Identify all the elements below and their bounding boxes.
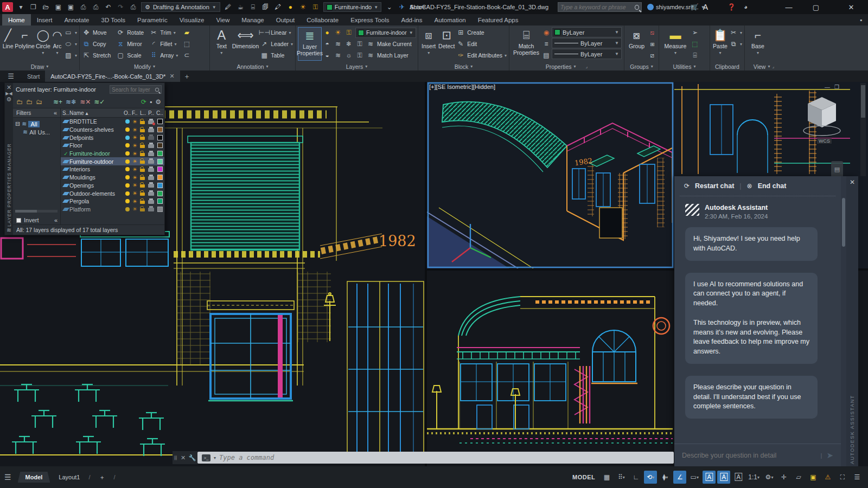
bulb-icon[interactable]	[125, 143, 130, 147]
polyline-button[interactable]: ⌐Polyline	[15, 27, 35, 61]
cut-icon[interactable]: ✂	[729, 29, 738, 37]
collapse-icon[interactable]: «	[54, 217, 58, 223]
workspace-switching-icon[interactable]: ⚙ ▾	[763, 471, 776, 484]
color-swatch[interactable]	[157, 183, 163, 188]
monitor-icon[interactable]: ⌸	[248, 3, 258, 12]
layer-unlock-icon[interactable]: ⚿	[355, 52, 364, 60]
new-layer-icon[interactable]: ≋+	[53, 98, 62, 106]
layer-unisolate-icon[interactable]: ≋	[334, 52, 342, 60]
layer-search-box[interactable]	[110, 85, 162, 94]
send-message-icon[interactable]: ➤	[826, 451, 833, 460]
col-name[interactable]: Name ▴	[69, 110, 124, 116]
bulb-icon[interactable]	[125, 207, 130, 211]
col-color[interactable]: C..	[156, 110, 164, 116]
copy-icon[interactable]: ⧉	[82, 40, 91, 48]
freeze-icon[interactable]: ☀	[131, 190, 138, 196]
layer-lock-icon[interactable]: ⚿	[311, 3, 320, 12]
layer-row[interactable]: Openings☀	[61, 182, 164, 190]
bulb-icon[interactable]	[125, 191, 130, 196]
layer-row[interactable]: Platform☀	[61, 206, 164, 214]
bulb-icon[interactable]	[125, 199, 130, 203]
tab-manage[interactable]: Manage	[235, 14, 270, 25]
table-icon[interactable]: ▦	[260, 52, 269, 60]
freeze-icon[interactable]: ☀	[131, 182, 138, 188]
col-status[interactable]: S..	[61, 110, 69, 116]
freeze-icon[interactable]: ☀	[131, 143, 138, 149]
new-file-icon[interactable]: ❐	[29, 3, 38, 12]
ribbon-overflow-icon[interactable]: ▪	[854, 14, 868, 25]
close-assistant-icon[interactable]: ✕	[850, 178, 855, 186]
workspace-dropdown[interactable]: ⚙ Drafting & Annotation ▼	[141, 2, 220, 12]
close-tab-icon[interactable]: ✕	[169, 73, 174, 80]
print-icon[interactable]: ⎙	[91, 3, 100, 12]
rotate-icon[interactable]: ⟳	[116, 29, 125, 37]
command-prompt-icon[interactable]: >_	[202, 454, 210, 461]
circle-button[interactable]: ◯Circle▾	[36, 27, 50, 61]
layer-on-icon[interactable]: ◒	[323, 52, 331, 60]
tab-visualize[interactable]: Visualize	[174, 14, 210, 25]
collapse-filters-icon[interactable]: «	[54, 110, 57, 116]
annotation-visibility-icon[interactable]: 🄰	[703, 471, 716, 484]
freeze-icon[interactable]: ☀	[131, 119, 138, 125]
rectangle-icon[interactable]: ▭	[64, 29, 73, 37]
layer-row[interactable]: Floor☀	[61, 142, 164, 150]
bulb-icon[interactable]	[125, 136, 130, 140]
tab-3d-tools[interactable]: 3D Tools	[95, 14, 132, 25]
layer-row[interactable]: Outdoor-elements☀	[61, 189, 164, 197]
close-button[interactable]: ✕	[844, 0, 859, 14]
layer-row[interactable]: BRDTITLE☀	[61, 118, 164, 126]
color-swatch[interactable]	[157, 127, 163, 132]
quick-calc-icon[interactable]: ⌹	[691, 52, 699, 60]
panel-title-annotation[interactable]: Annotation▾	[210, 62, 295, 70]
scale-icon[interactable]: ▢	[116, 52, 125, 60]
color-swatch[interactable]	[157, 135, 163, 140]
lock-icon[interactable]	[140, 121, 145, 124]
ellipse-icon[interactable]: ⬭	[64, 40, 73, 48]
annotation-monitor-icon[interactable]: ✛	[777, 471, 790, 484]
save-icon[interactable]: ▣	[54, 3, 63, 12]
lock-icon[interactable]	[140, 177, 145, 180]
quick-properties-icon[interactable]: ▣	[807, 471, 820, 484]
new-frozen-layer-icon[interactable]: ≋❄	[66, 98, 76, 106]
base-view-button[interactable]: ⌐Base▾	[747, 27, 769, 61]
ungroup-icon[interactable]: ⧅	[648, 29, 656, 37]
lock-icon[interactable]	[140, 129, 145, 132]
freeze-icon[interactable]: ☀	[131, 158, 138, 164]
command-bar-grip[interactable]: ⣿ ✕ 🔧	[173, 451, 197, 464]
lock-icon[interactable]	[140, 192, 145, 196]
plot-icon[interactable]	[148, 168, 154, 172]
color-swatch[interactable]	[157, 159, 163, 164]
tab-document[interactable]: AutoCAD-FY25_Fire-...-Book-Cafe_01_3D*✕	[45, 70, 180, 82]
group-select-icon[interactable]: ⧄	[648, 52, 656, 60]
polar-tracking-icon[interactable]: ⟲ ▾	[644, 471, 657, 484]
layer-row[interactable]: Counters-shelves☀	[61, 126, 164, 134]
app-menu-button[interactable]: A	[2, 2, 13, 12]
help-search-input[interactable]	[560, 4, 635, 10]
layer-row-selected[interactable]: Furniture-outdoor☀	[61, 157, 164, 165]
command-input[interactable]	[219, 454, 669, 461]
offset-icon[interactable]: ⊂	[182, 52, 191, 60]
tab-add-ins[interactable]: Add-ins	[395, 14, 429, 25]
snap-mode-icon[interactable]: ⠿ ▾	[615, 471, 628, 484]
autoscale-icon[interactable]: 🄰	[717, 471, 730, 484]
minimize-button[interactable]: —	[781, 0, 796, 14]
panel-title-modify[interactable]: Modify▾	[80, 62, 209, 70]
arc-button[interactable]: ◠Arc▾	[52, 27, 63, 61]
make-current-icon[interactable]: ≋	[366, 40, 375, 48]
layer-row-current[interactable]: Furniture-indoor☀	[61, 150, 164, 158]
isolate-icon[interactable]: ▪	[150, 98, 152, 106]
tab-start[interactable]: Start	[22, 70, 45, 82]
detect-button[interactable]: ⊡Detect	[438, 27, 455, 61]
freeze-icon[interactable]: ☀	[131, 206, 138, 212]
panel-title-draw[interactable]: Draw▾	[0, 62, 79, 70]
chat-scrollbar[interactable]	[841, 176, 846, 466]
lock-icon[interactable]	[140, 153, 145, 156]
plot-icon[interactable]	[148, 192, 154, 196]
search-icon[interactable]	[155, 87, 159, 91]
color-swatch[interactable]	[157, 175, 163, 180]
panel-title-groups[interactable]: Groups▾	[624, 62, 659, 70]
undo-button[interactable]: ↶	[104, 3, 113, 12]
lock-icon[interactable]	[140, 160, 145, 164]
bulb-icon[interactable]	[125, 119, 130, 124]
palette-autohide-icon[interactable]: ▶◀	[5, 91, 12, 96]
